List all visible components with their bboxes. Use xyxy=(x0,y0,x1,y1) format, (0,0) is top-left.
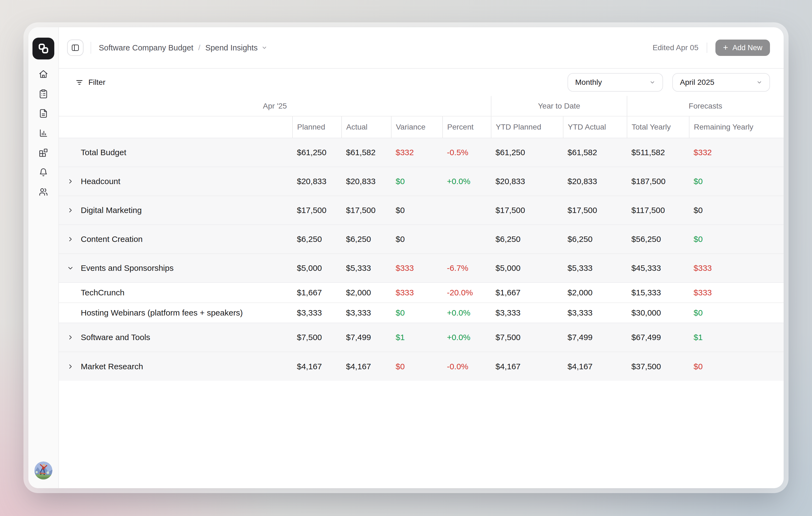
cell-ytd-actual: $20,833 xyxy=(563,167,627,196)
col-header-label xyxy=(59,116,292,138)
chevron-down-icon xyxy=(649,79,656,85)
cell-planned: $3,333 xyxy=(292,303,342,323)
period-select-value: Monthly xyxy=(575,78,602,87)
col-header-remaining-yearly: Remaining Yearly xyxy=(689,116,784,138)
month-select[interactable]: April 2025 xyxy=(672,73,770,92)
month-select-value: April 2025 xyxy=(680,78,714,87)
cell-planned: $6,250 xyxy=(292,225,342,254)
cell-planned: $20,833 xyxy=(292,167,342,196)
table-header: Apr '25 Year to Date Forecasts Planned A… xyxy=(59,96,784,138)
table-row-hosting-webinars[interactable]: Hosting Webinars (platform fees + speake… xyxy=(59,303,784,323)
cell-actual: $17,500 xyxy=(342,196,391,225)
cell-variance: $0 xyxy=(391,225,442,254)
cell-total-yearly: $37,500 xyxy=(627,352,689,381)
filter-button[interactable]: Filter xyxy=(75,78,105,87)
chevron-down-icon[interactable] xyxy=(67,265,74,271)
sidebar xyxy=(28,27,59,488)
breadcrumb-dropdown-button[interactable] xyxy=(261,45,267,51)
cell-ytd-actual: $61,582 xyxy=(563,138,627,167)
col-header-total-yearly: Total Yearly xyxy=(627,116,689,138)
cell-ytd-planned: $7,500 xyxy=(491,323,563,352)
chevron-right-icon[interactable] xyxy=(67,236,74,242)
table-row-market-research[interactable]: Market Research $4,167 $4,167 $0 -0.0% $… xyxy=(59,352,784,381)
group-header-forecasts: Forecasts xyxy=(627,96,784,116)
sidebar-item-documents[interactable] xyxy=(36,106,51,121)
group-header-apr: Apr '25 xyxy=(59,96,491,116)
table-row-techcrunch[interactable]: TechCrunch $1,667 $2,000 $333 -20.0% $1,… xyxy=(59,282,784,303)
cell-percent xyxy=(442,196,491,225)
bar-chart-icon xyxy=(38,128,48,138)
table-row-content-creation[interactable]: Content Creation $6,250 $6,250 $0 $6,250… xyxy=(59,225,784,254)
cell-actual: $61,582 xyxy=(342,138,391,167)
cell-variance: $0 xyxy=(391,196,442,225)
cell-total-yearly: $45,333 xyxy=(627,254,689,282)
chevron-down-icon xyxy=(756,79,762,85)
col-header-percent: Percent xyxy=(442,116,491,138)
group-header-ytd: Year to Date xyxy=(491,96,627,116)
table-body: Total Budget $61,250 $61,582 $332 -0.5% … xyxy=(59,138,784,381)
cell-ytd-actual: $7,499 xyxy=(563,323,627,352)
cell-planned: $61,250 xyxy=(292,138,342,167)
add-new-button[interactable]: + Add New xyxy=(716,39,770,56)
sidebar-item-reports[interactable] xyxy=(36,125,51,141)
sidebar-item-tasks[interactable] xyxy=(36,86,51,101)
cell-actual: $6,250 xyxy=(342,225,391,254)
col-header-variance: Variance xyxy=(391,116,442,138)
row-label: Market Research xyxy=(81,362,143,371)
group-header-row: Apr '25 Year to Date Forecasts xyxy=(59,96,784,116)
col-header-actual: Actual xyxy=(342,116,391,138)
cell-variance: $333 xyxy=(391,282,442,303)
cell-percent: +0.0% xyxy=(442,303,491,323)
chevron-right-icon[interactable] xyxy=(67,363,74,370)
table-row-digital-marketing[interactable]: Digital Marketing $17,500 $17,500 $0 $17… xyxy=(59,196,784,225)
sidebar-item-home[interactable] xyxy=(36,66,51,82)
cell-remaining-yearly: $333 xyxy=(689,254,784,282)
cell-variance: $0 xyxy=(391,303,442,323)
cell-variance: $333 xyxy=(391,254,442,282)
cell-actual: $2,000 xyxy=(342,282,391,303)
cell-remaining-yearly: $1 xyxy=(689,323,784,352)
avatar-image xyxy=(34,461,52,480)
cell-remaining-yearly: $332 xyxy=(689,138,784,167)
table-row-total-budget[interactable]: Total Budget $61,250 $61,582 $332 -0.5% … xyxy=(59,138,784,167)
cell-total-yearly: $67,499 xyxy=(627,323,689,352)
col-header-ytd-planned: YTD Planned xyxy=(491,116,563,138)
row-label: TechCrunch xyxy=(81,288,124,297)
sidebar-item-apps[interactable] xyxy=(36,145,51,160)
sidebar-item-members[interactable] xyxy=(36,184,51,200)
row-label: Events and Sponsorships xyxy=(81,264,174,273)
user-avatar[interactable] xyxy=(34,461,52,480)
sidebar-toggle-button[interactable] xyxy=(67,39,84,56)
cell-ytd-actual: $2,000 xyxy=(563,282,627,303)
cell-planned: $17,500 xyxy=(292,196,342,225)
cell-ytd-actual: $17,500 xyxy=(563,196,627,225)
cell-actual: $3,333 xyxy=(342,303,391,323)
table-row-headcount[interactable]: Headcount $20,833 $20,833 $0 +0.0% $20,8… xyxy=(59,167,784,196)
sidebar-item-notifications[interactable] xyxy=(36,165,51,180)
cell-planned: $1,667 xyxy=(292,282,342,303)
filter-bar: Filter Monthly April 2025 xyxy=(59,69,784,96)
main-content: Software Company Budget / Spend Insights… xyxy=(59,27,784,488)
col-header-planned: Planned xyxy=(292,116,342,138)
cell-ytd-planned: $1,667 xyxy=(491,282,563,303)
cell-ytd-planned: $20,833 xyxy=(491,167,563,196)
sidebar-nav xyxy=(36,66,51,200)
cell-ytd-planned: $5,000 xyxy=(491,254,563,282)
chevron-right-icon[interactable] xyxy=(67,207,74,214)
chevron-right-icon[interactable] xyxy=(67,334,74,341)
cell-total-yearly: $511,582 xyxy=(627,138,689,167)
breadcrumb: Software Company Budget / Spend Insights xyxy=(99,43,267,52)
table-row-software-and-tools[interactable]: Software and Tools $7,500 $7,499 $1 +0.0… xyxy=(59,323,784,352)
cell-variance: $1 xyxy=(391,323,442,352)
breadcrumb-current[interactable]: Spend Insights xyxy=(205,43,258,52)
app-logo[interactable] xyxy=(32,38,54,59)
cell-ytd-planned: $6,250 xyxy=(491,225,563,254)
chevron-right-icon[interactable] xyxy=(67,178,74,185)
breadcrumb-parent[interactable]: Software Company Budget xyxy=(99,43,194,52)
cell-remaining-yearly: $333 xyxy=(689,282,784,303)
edited-timestamp: Edited Apr 05 xyxy=(652,43,698,52)
period-select[interactable]: Monthly xyxy=(568,73,663,92)
cell-remaining-yearly: $0 xyxy=(689,303,784,323)
app-window: Software Company Budget / Spend Insights… xyxy=(28,27,784,488)
table-row-events-and-sponsorships[interactable]: Events and Sponsorships $5,000 $5,333 $3… xyxy=(59,254,784,282)
